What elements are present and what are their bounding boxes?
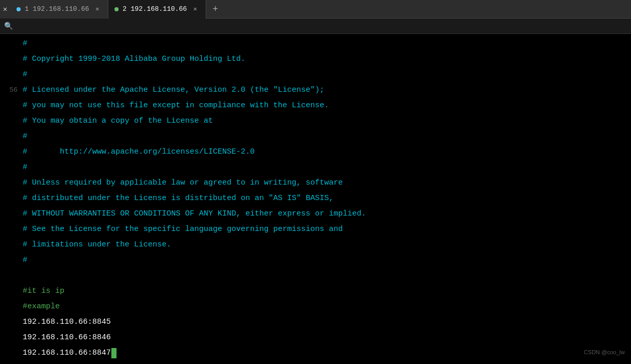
line-text: # limitations under the License.: [23, 237, 171, 253]
terminal-line: # http://www.apache.org/licenses/LICENSE…: [0, 144, 631, 160]
line-text: # distributed under the License is distr…: [23, 191, 334, 206]
terminal-line: # distributed under the License is distr…: [0, 191, 631, 206]
terminal-line: 192.168.110.66:8846: [0, 330, 631, 345]
terminal-line: 56# Licensed under the Apache License, V…: [0, 82, 631, 98]
line-text: # you may not use this file except in co…: [23, 98, 329, 113]
tab-bar: ✕ 1 192.168.110.66 ✕ 2 192.168.110.66 ✕ …: [0, 0, 631, 19]
line-text: 192.168.110.66:8846: [23, 330, 111, 345]
line-text: ~: [23, 361, 27, 364]
search-bar: 🔍: [0, 19, 631, 34]
terminal-line: #: [0, 67, 631, 82]
line-text: #it is ip: [23, 284, 64, 299]
tab1-label: 1 192.168.110.66: [25, 5, 89, 13]
line-number: 56: [0, 82, 21, 98]
terminal-line: # limitations under the License.: [0, 237, 631, 253]
line-text: #example: [23, 299, 60, 315]
window-close-button[interactable]: ✕: [0, 0, 10, 19]
terminal-line: # Copyright 1999-2018 Alibaba Group Hold…: [0, 52, 631, 67]
terminal-line: #: [0, 160, 631, 175]
line-text: # http://www.apache.org/licenses/LICENSE…: [23, 144, 255, 160]
line-text: # See the License for the specific langu…: [23, 222, 343, 237]
terminal-line: # You may obtain a copy of the License a…: [0, 113, 631, 129]
terminal-line: # WITHOUT WARRANTIES OR CONDITIONS OF AN…: [0, 206, 631, 222]
terminal-line: #: [0, 253, 631, 268]
terminal-line: ~: [0, 361, 631, 364]
line-text: # You may obtain a copy of the License a…: [23, 113, 213, 129]
terminal-line: #: [0, 36, 631, 52]
search-icon: 🔍: [4, 22, 13, 30]
terminal-line: # you may not use this file except in co…: [0, 98, 631, 113]
tab-1[interactable]: 1 192.168.110.66 ✕: [10, 0, 108, 19]
watermark: CSDN @coo_lw: [584, 344, 625, 360]
terminal-line: #example: [0, 299, 631, 315]
tab2-dot: [114, 7, 119, 11]
line-text: # Licensed under the Apache License, Ver…: [23, 82, 324, 98]
line-text: # Unless required by applicable law or a…: [23, 175, 343, 191]
line-text: #: [23, 160, 27, 175]
tab1-dot: [16, 7, 21, 11]
line-text: #: [23, 36, 27, 52]
line-text: 192.168.110.66:8847: [23, 345, 111, 361]
tab-2[interactable]: 2 192.168.110.66 ✕: [108, 0, 206, 19]
line-text: # WITHOUT WARRANTIES OR CONDITIONS OF AN…: [23, 206, 366, 222]
terminal-line: # See the License for the specific langu…: [0, 222, 631, 237]
terminal-line: # Unless required by applicable law or a…: [0, 175, 631, 191]
terminal-line: #: [0, 129, 631, 144]
line-text: #: [23, 253, 27, 268]
add-tab-button[interactable]: +: [206, 0, 225, 19]
tab2-close-button[interactable]: ✕: [191, 5, 200, 13]
terminal-cursor: [111, 348, 117, 358]
tab2-label: 2 192.168.110.66: [123, 5, 187, 13]
tab1-close-button[interactable]: ✕: [93, 5, 102, 13]
terminal[interactable]: ## Copyright 1999-2018 Alibaba Group Hol…: [0, 34, 631, 364]
terminal-content: ## Copyright 1999-2018 Alibaba Group Hol…: [0, 36, 631, 364]
terminal-line: [0, 268, 631, 284]
terminal-line: 192.168.110.66:8845: [0, 315, 631, 330]
line-text: #: [23, 129, 27, 144]
line-text: # Copyright 1999-2018 Alibaba Group Hold…: [23, 52, 245, 67]
terminal-line: #it is ip: [0, 284, 631, 299]
line-text: #: [23, 67, 27, 82]
terminal-line: 192.168.110.66:8847: [0, 345, 631, 361]
line-text: 192.168.110.66:8845: [23, 315, 111, 330]
